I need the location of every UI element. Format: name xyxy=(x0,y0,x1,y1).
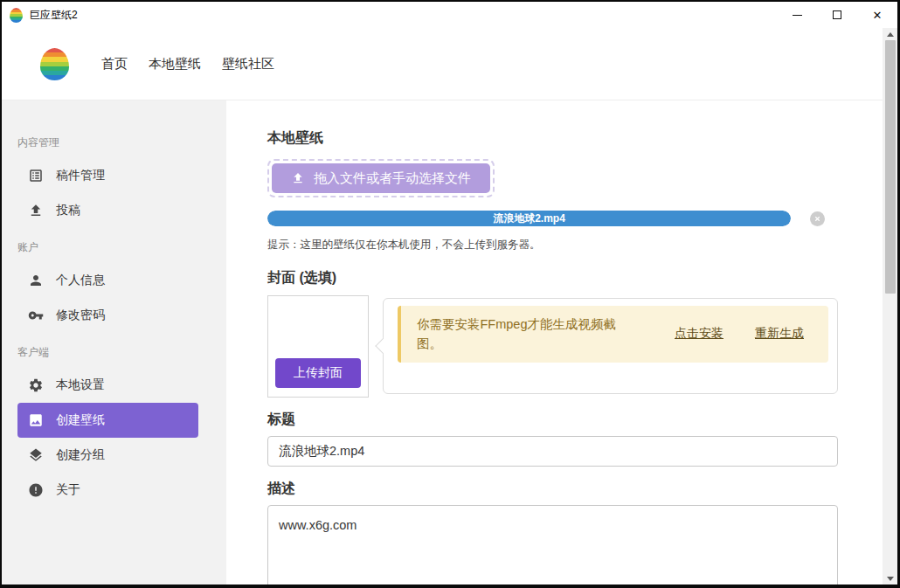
sidebar-item-local-settings[interactable]: 本地设置 xyxy=(17,368,198,403)
select-file-label: 拖入文件或者手动选择文件 xyxy=(314,170,471,187)
sidebar-item-label: 创建分组 xyxy=(56,447,105,463)
scroll-down-icon xyxy=(887,577,894,581)
layers-icon xyxy=(28,447,44,463)
ffmpeg-warning-message: 你需要安装FFmpeg才能生成视频截图。 xyxy=(417,315,621,354)
sidebar-item-about[interactable]: 关于 xyxy=(17,473,198,508)
description-textarea[interactable]: www.x6g.com xyxy=(267,505,838,585)
scroll-up-button[interactable] xyxy=(883,28,897,40)
install-ffmpeg-link[interactable]: 点击安装 xyxy=(675,326,723,342)
close-circle-icon xyxy=(813,215,821,223)
sidebar-item-manuscripts[interactable]: 稿件管理 xyxy=(17,158,198,193)
window-controls: ✕ xyxy=(777,2,897,28)
scrollbar-thumb[interactable] xyxy=(885,40,896,294)
cover-preview-box[interactable]: 上传封面 xyxy=(267,295,369,398)
nav-tab-local-wallpaper[interactable]: 本地壁纸 xyxy=(138,51,211,78)
sidebar-item-change-password[interactable]: 修改密码 xyxy=(17,298,198,333)
scroll-down-button[interactable] xyxy=(883,572,897,585)
minimize-icon xyxy=(793,15,802,16)
progress-bar: 流浪地球2.mp4 xyxy=(267,211,791,226)
sidebar-item-label: 投稿 xyxy=(56,203,80,218)
app-logo-egg xyxy=(40,48,69,80)
about-icon xyxy=(28,482,44,498)
page-title: 本地壁纸 xyxy=(267,129,838,149)
sidebar-item-create-wallpaper[interactable]: 创建壁纸 xyxy=(17,403,198,438)
file-dropzone[interactable]: 拖入文件或者手动选择文件 xyxy=(267,159,495,197)
title-input[interactable] xyxy=(267,436,838,467)
app-window: 巨应壁纸2 ✕ 首页 本地壁纸 壁纸社区 内容管理 xyxy=(0,0,900,588)
sidebar-section-client: 客户端 xyxy=(2,345,226,361)
upload-icon xyxy=(28,203,44,218)
close-icon: ✕ xyxy=(873,10,883,21)
nav-tab-wallpaper-community[interactable]: 壁纸社区 xyxy=(211,51,285,78)
main-content: 本地壁纸 拖入文件或者手动选择文件 流浪地球2.mp4 xyxy=(226,100,883,585)
upload-cover-button[interactable]: 上传封面 xyxy=(275,358,361,388)
remove-file-button[interactable] xyxy=(810,211,825,226)
maximize-button[interactable] xyxy=(817,2,857,28)
top-nav: 首页 本地壁纸 壁纸社区 xyxy=(2,28,883,100)
scroll-up-icon xyxy=(887,32,894,37)
sidebar-item-label: 稿件管理 xyxy=(56,168,105,183)
window-title: 巨应壁纸2 xyxy=(30,8,78,23)
regenerate-link[interactable]: 重新生成 xyxy=(755,326,804,342)
cover-section-heading: 封面 (选填) xyxy=(267,269,838,288)
upload-progress-row: 流浪地球2.mp4 xyxy=(267,211,838,226)
select-file-button[interactable]: 拖入文件或者手动选择文件 xyxy=(272,163,490,193)
ffmpeg-warning-alert: 你需要安装FFmpeg才能生成视频截图。 点击安装 重新生成 xyxy=(398,306,828,363)
sidebar-item-label: 关于 xyxy=(56,482,80,498)
key-icon xyxy=(28,308,44,323)
maximize-icon xyxy=(833,10,841,19)
sidebar-section-content-mgmt: 内容管理 xyxy=(2,135,226,151)
sidebar-item-label: 修改密码 xyxy=(56,308,105,323)
titlebar: 巨应壁纸2 ✕ xyxy=(2,2,897,28)
ffmpeg-alert-links: 点击安装 重新生成 xyxy=(675,326,828,342)
title-field-label: 标题 xyxy=(267,411,838,430)
sidebar-item-label: 本地设置 xyxy=(56,377,105,393)
person-icon xyxy=(28,273,44,288)
sidebar-item-label: 个人信息 xyxy=(56,273,105,288)
upload-tray-icon xyxy=(291,171,305,185)
description-field-label: 描述 xyxy=(267,480,838,499)
sidebar-item-label: 创建壁纸 xyxy=(56,412,105,428)
sidebar-item-profile[interactable]: 个人信息 xyxy=(17,263,198,298)
app-logo-egg xyxy=(10,8,23,23)
nav-tabs: 首页 本地壁纸 壁纸社区 xyxy=(91,51,285,78)
sidebar-section-account: 账户 xyxy=(2,240,226,256)
local-only-hint: 提示：这里的壁纸仅在你本机使用，不会上传到服务器。 xyxy=(267,238,838,252)
sidebar-item-submit[interactable]: 投稿 xyxy=(17,193,198,228)
gear-icon xyxy=(28,377,44,393)
ffmpeg-popover: 你需要安装FFmpeg才能生成视频截图。 点击安装 重新生成 xyxy=(383,298,838,394)
list-icon xyxy=(28,168,44,183)
close-button[interactable]: ✕ xyxy=(857,2,897,28)
progress-filename: 流浪地球2.mp4 xyxy=(493,211,565,226)
minimize-button[interactable] xyxy=(777,2,817,28)
progress-fill: 流浪地球2.mp4 xyxy=(267,211,791,226)
sidebar: 内容管理 稿件管理 投稿 账户 个人信息 xyxy=(2,100,226,585)
create-wallpaper-icon xyxy=(28,412,44,428)
nav-tab-home[interactable]: 首页 xyxy=(91,51,138,78)
vertical-scrollbar[interactable] xyxy=(883,28,897,585)
cover-row: 上传封面 你需要安装FFmpeg才能生成视频截图。 点击安装 重新生成 xyxy=(267,295,838,398)
sidebar-item-create-group[interactable]: 创建分组 xyxy=(17,438,198,473)
